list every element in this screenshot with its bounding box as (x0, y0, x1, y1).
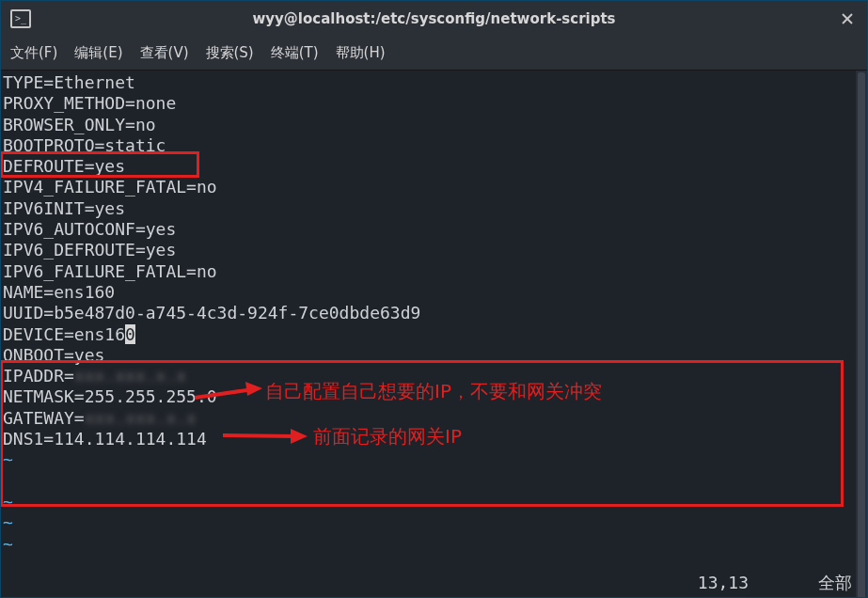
file-line: DEFROUTE=yes (3, 156, 865, 177)
menubar: 文件(F) 编辑(E) 查看(V) 搜索(S) 终端(T) 帮助(H) (1, 37, 867, 71)
menu-file[interactable]: 文件(F) (10, 44, 57, 62)
scrollbar[interactable] (856, 71, 867, 597)
file-line: IPV6_FAILURE_FATAL=no (3, 261, 865, 282)
empty-line-tilde: ~ (3, 534, 865, 555)
menu-help[interactable]: 帮助(H) (336, 44, 386, 62)
vim-cursor: 0 (125, 324, 135, 344)
file-line: GATEWAY=xxx.xxx.x.x (3, 408, 865, 429)
obscured-gateway-value: xxx.xxx.x.x (85, 408, 197, 428)
menu-terminal[interactable]: 终端(T) (271, 44, 319, 62)
file-line: BOOTPROTO=static (3, 135, 865, 156)
file-line: DEVICE=ens160 (3, 324, 865, 345)
obscured-ip-value: xxx.xxx.x.x (74, 366, 186, 386)
cursor-position: 13,13 (698, 573, 749, 593)
empty-line-tilde: ~ (3, 449, 865, 470)
menu-view[interactable]: 查看(V) (140, 44, 189, 62)
empty-line-tilde: ~ (3, 492, 865, 512)
titlebar: >_ wyy@localhost:/etc/sysconfig/network-… (1, 1, 867, 37)
file-line: PROXY_METHOD=none (3, 93, 865, 114)
file-line: NAME=ens160 (3, 282, 865, 303)
menu-edit[interactable]: 编辑(E) (74, 44, 122, 62)
file-line: IPV6_DEFROUTE=yes (3, 240, 865, 260)
empty-line (3, 471, 865, 492)
file-line: UUID=b5e487d0-a745-4c3d-924f-7ce0dbde63d… (3, 303, 865, 323)
file-line: IPV6INIT=yes (3, 198, 865, 219)
terminal-app-icon: >_ (10, 9, 31, 28)
file-line: ONBOOT=yes (3, 345, 865, 366)
file-line: IPADDR=xxx.xxx.x.x (3, 366, 865, 386)
vim-statusbar: 13,13 全部 (1, 573, 861, 593)
file-line: TYPE=Ethernet (3, 72, 865, 93)
file-line: IPV6_AUTOCONF=yes (3, 219, 865, 240)
close-button[interactable] (837, 8, 858, 29)
file-line: DNS1=114.114.114.114 (3, 429, 865, 449)
window-title: wyy@localhost:/etc/sysconfig/network-scr… (1, 10, 867, 27)
menu-search[interactable]: 搜索(S) (206, 44, 254, 62)
file-line: IPV4_FAILURE_FATAL=no (3, 177, 865, 197)
empty-line-tilde: ~ (3, 512, 865, 533)
scrollbar-thumb[interactable] (858, 72, 865, 598)
file-line: BROWSER_ONLY=no (3, 115, 865, 135)
close-icon (842, 13, 853, 24)
terminal-area[interactable]: TYPE=Ethernet PROXY_METHOD=none BROWSER_… (1, 71, 867, 597)
view-extent: 全部 (818, 573, 852, 593)
file-line: NETMASK=255.255.255.0 (3, 386, 865, 407)
